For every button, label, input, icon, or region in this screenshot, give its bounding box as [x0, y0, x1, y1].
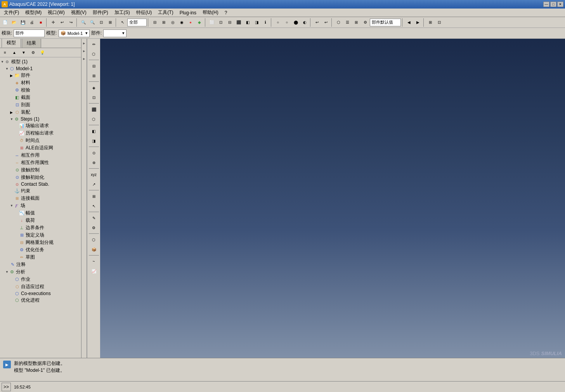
menu-tools[interactable]: 工具(T) [155, 9, 176, 17]
rt-tool-k[interactable]: xyz [88, 170, 99, 179]
menu-view[interactable]: 视图(V) [68, 9, 90, 17]
rt-extrude[interactable]: ⬡ [88, 49, 99, 59]
tool-x[interactable]: ◀ [405, 18, 413, 27]
fields-collapse[interactable]: ▼ [10, 204, 13, 207]
tree-fields[interactable]: ▼ 𝐹 场 [1, 202, 80, 209]
tree-bcs[interactable]: ⊥ 边界条件 [1, 224, 80, 231]
tool-l[interactable]: ◨ [252, 18, 261, 27]
maximize-button[interactable]: □ [550, 2, 556, 7]
rt-sketch[interactable]: ✏ [88, 40, 99, 49]
asm-expand[interactable]: ▶ [10, 111, 14, 114]
rt-tool-g[interactable]: ◧ [88, 126, 99, 136]
tree-contact-stab[interactable]: ⊙ Contact Stab. [1, 181, 80, 187]
save-button[interactable]: 💾 [19, 18, 27, 27]
tool-w[interactable]: ⚙ [361, 18, 369, 27]
print-button[interactable]: 🖨 [28, 18, 36, 27]
tool-e[interactable]: ● [186, 18, 195, 27]
tree-jobs[interactable]: ⬡ 作业 [1, 276, 80, 283]
tool-f[interactable]: ◆ [195, 18, 204, 27]
tree-contact-init[interactable]: ⊙ 接触初始化 [1, 174, 80, 181]
tree-contact-ctrl[interactable]: ⊙ 接触控制 [1, 166, 80, 174]
part-select[interactable]: ▾ [103, 29, 127, 37]
tool-m[interactable]: ℹ [261, 18, 270, 27]
menu-file[interactable]: 文件(F) [1, 9, 22, 17]
tool-b[interactable]: ⊞ [159, 18, 168, 27]
menu-machining[interactable]: 加工(S) [111, 9, 133, 17]
tool-a[interactable]: ⊟ [151, 18, 159, 27]
rt-tool-t[interactable]: 📈 [88, 266, 99, 276]
tool-p[interactable]: ⬤ [291, 18, 300, 27]
tool-s[interactable]: ↩ [322, 18, 330, 27]
tree-section[interactable]: ◧ 截面 [1, 94, 80, 101]
tree-down-icon[interactable]: ▼ [19, 48, 28, 57]
rt-tool-j[interactable]: ⊛ [88, 158, 99, 167]
rt-tool-f[interactable]: ⬡ [88, 114, 99, 124]
undo-button[interactable]: ↩ [58, 18, 66, 27]
tool-j[interactable]: ⬛ [234, 18, 243, 27]
tree-interact-props[interactable]: ↔ 相互作用属性 [1, 159, 80, 166]
arrow-tool[interactable]: ↖ [118, 18, 127, 27]
tool-n[interactable]: ○ [274, 18, 282, 27]
tool-g[interactable]: ⬜ [208, 18, 216, 27]
tree-bulb-icon[interactable]: 💡 [38, 48, 47, 57]
minimize-button[interactable]: — [543, 2, 549, 7]
rt-tool-r[interactable]: 📦 [88, 245, 99, 254]
tool-t[interactable]: ⬡ [334, 18, 343, 27]
tool-u[interactable]: ☰ [343, 18, 352, 27]
tree-ale[interactable]: ⊞ ALE自适应网 [1, 144, 80, 152]
tree-menu-icon[interactable]: ≡ [1, 48, 9, 57]
part-default-dropdown[interactable]: 部件默认值 [370, 19, 401, 26]
menu-part[interactable]: 部件(P) [90, 9, 111, 17]
tree-predefined[interactable]: ⊞ 预定义场 [1, 231, 80, 239]
tool-o[interactable]: ○ [282, 18, 291, 27]
parts-expand[interactable]: ▶ [10, 74, 14, 78]
tree-time-points[interactable]: ⏱ 时间点 [1, 137, 80, 144]
open-button[interactable]: 📂 [10, 18, 18, 27]
tool-aa[interactable]: ⊡ [435, 18, 444, 27]
steps-collapse[interactable]: ▼ [10, 117, 13, 121]
close-button[interactable]: ✕ [557, 2, 563, 7]
tool-v[interactable]: ⊞ [352, 18, 360, 27]
tool-k[interactable]: ◧ [243, 18, 252, 27]
stop-button[interactable]: ■ [36, 18, 45, 27]
module-select[interactable]: 部件 [14, 29, 45, 37]
rt-tool-c[interactable]: ◈ [88, 83, 99, 92]
tree-filter-icon[interactable]: ⚙ [29, 48, 37, 57]
zoom-in-button[interactable]: 🔍 [79, 18, 88, 27]
tree-parts[interactable]: ▶ 📁 部件 [1, 72, 80, 79]
tree-analysis[interactable]: ▼ ⚙ 分析 [1, 268, 80, 276]
tree-steps[interactable]: ▼ ⚙ Steps (1) [1, 116, 80, 122]
rt-tool-a[interactable]: ⊟ [88, 61, 99, 71]
tree-assembly[interactable]: ▶ ⬡ 装配 [1, 109, 80, 116]
tree-field-output[interactable]: 📊 场输出请求 [1, 122, 80, 130]
tree-interactions[interactable]: ↔ 相互作用 [1, 152, 80, 159]
root-collapse-icon[interactable]: ▼ [1, 60, 4, 64]
tool-r[interactable]: ↩ [313, 18, 321, 27]
tool-h[interactable]: ⊡ [217, 18, 225, 27]
rt-tool-e[interactable]: ⬛ [88, 105, 99, 114]
all-dropdown[interactable]: 全部 [127, 19, 147, 26]
menu-model[interactable]: 模型(M) [22, 9, 45, 17]
tree-annotations[interactable]: ✎ 注释 [1, 261, 80, 268]
tree-root[interactable]: ▼ ⚙ 模型 (1) [1, 58, 80, 66]
rt-tool-h[interactable]: ◨ [88, 136, 99, 145]
model-select[interactable]: 📦 Model-1 ▾ [59, 29, 90, 37]
rt-tool-n[interactable]: ↖ [88, 201, 99, 211]
tree-history-output[interactable]: 📈 历程输出请求 [1, 130, 80, 137]
tree-materials[interactable]: ◈ 材料 [1, 79, 80, 86]
rt-tool-p[interactable]: ⚙ [88, 223, 99, 232]
fit-view[interactable]: ⊞ [106, 18, 114, 27]
tree-opt-tasks[interactable]: ⚙ 优化任务 [1, 246, 80, 254]
menu-feature[interactable]: 特征(U) [133, 9, 155, 17]
analysis-collapse[interactable]: ▼ [5, 270, 9, 274]
tree-mesh-ctrl[interactable]: ⊟ 网格重划分规 [1, 239, 80, 246]
tree-loads[interactable]: ↓ 载荷 [1, 217, 80, 224]
tool-q[interactable]: ◐ [300, 18, 309, 27]
rt-tool-s[interactable]: ~ [88, 257, 99, 266]
menu-question[interactable]: ? [222, 9, 231, 16]
rt-tool-b[interactable]: ⊞ [88, 71, 99, 80]
zoom-box[interactable]: ⊡ [97, 18, 106, 27]
tool-d[interactable]: ◉ [177, 18, 186, 27]
tool-c[interactable]: ◎ [168, 18, 177, 27]
tab-model[interactable]: 模型 [2, 39, 21, 48]
